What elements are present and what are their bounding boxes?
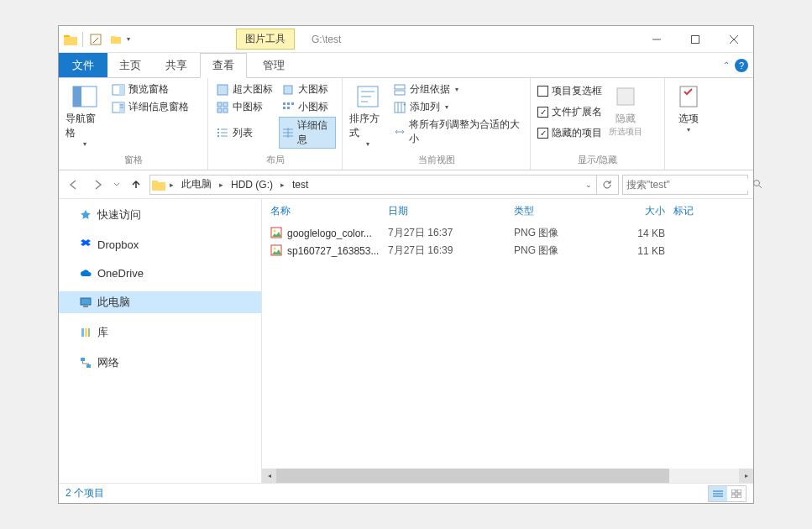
scroll-thumb[interactable] — [276, 469, 669, 483]
details-pane-button[interactable]: 详细信息窗格 — [109, 99, 191, 115]
ribbon-group-panes: 导航窗格 ▾ 预览窗格 详细信息窗格 窗格 — [59, 78, 208, 170]
view-thumbnails-button[interactable] — [727, 486, 746, 501]
checkbox-hidden-items[interactable]: ✓隐藏的项目 — [536, 125, 604, 141]
view-details-button[interactable] — [709, 486, 727, 501]
sidebar-item-quick-access[interactable]: 快速访问 — [59, 204, 261, 226]
file-row[interactable]: sp160727_163853... 7月27日 16:39 PNG 图像 11… — [262, 242, 753, 259]
checkbox-checked-icon: ✓ — [537, 128, 548, 139]
sidebar-item-this-pc[interactable]: 此电脑 — [59, 291, 261, 313]
qat-properties-button[interactable] — [86, 30, 105, 49]
column-headers: 名称 日期 类型 大小 标记 — [262, 199, 753, 224]
column-tags[interactable]: 标记 — [673, 204, 724, 218]
panes-group-label: 窗格 — [64, 152, 202, 170]
layout-extra-large[interactable]: 超大图标 — [213, 81, 277, 97]
ribbon-collapse-button[interactable]: ⌃ — [723, 60, 730, 70]
group-by-button[interactable]: 分组依据▾ — [390, 81, 525, 97]
svg-line-48 — [759, 186, 762, 188]
layout-small[interactable]: 小图标 — [279, 99, 336, 115]
ribbon-group-current-view: 排序方式 ▾ 分组依据▾ +添加列▾ 将所有列调整为合适的大小 当前视图 — [343, 78, 531, 170]
svg-rect-52 — [85, 328, 87, 337]
navigation-sidebar: 快速访问 Dropbox OneDrive 此电脑 库 网络 — [59, 199, 262, 483]
up-button[interactable] — [126, 175, 146, 195]
sidebar-item-dropbox[interactable]: Dropbox — [59, 234, 261, 254]
tab-file[interactable]: 文件 — [59, 53, 107, 77]
refresh-button[interactable] — [596, 175, 616, 194]
preview-pane-button[interactable]: 预览窗格 — [109, 81, 191, 97]
checkbox-item-checkboxes[interactable]: 项目复选框 — [536, 83, 604, 99]
column-date[interactable]: 日期 — [388, 204, 514, 218]
tab-manage[interactable]: 管理 — [251, 53, 297, 77]
file-row[interactable]: googlelogo_color... 7月27日 16:37 PNG 图像 1… — [262, 224, 753, 242]
svg-rect-21 — [291, 102, 294, 105]
svg-rect-66 — [737, 495, 741, 498]
navigation-pane-button[interactable]: 导航窗格 ▾ — [64, 81, 106, 149]
help-icon[interactable]: ? — [735, 59, 748, 72]
sidebar-item-onedrive[interactable]: OneDrive — [59, 263, 261, 283]
search-icon[interactable] — [752, 177, 762, 192]
qat-new-folder-button[interactable] — [107, 30, 125, 49]
svg-rect-26 — [217, 132, 219, 134]
address-bar[interactable]: ▸ 此电脑 ▸ HDD (G:) ▸ test ⌄ — [149, 175, 619, 195]
svg-point-57 — [274, 229, 276, 232]
file-date: 7月27日 16:39 — [388, 244, 514, 258]
search-box[interactable] — [622, 175, 748, 195]
tab-view[interactable]: 查看 — [200, 53, 247, 78]
autosize-columns-button[interactable]: 将所有列调整为合适的大小 — [390, 117, 525, 147]
sort-by-button[interactable]: 排序方式 ▾ — [348, 81, 387, 149]
layout-details[interactable]: 详细信息 — [279, 117, 336, 149]
file-size: 14 KB — [615, 228, 673, 239]
address-dropdown[interactable]: ⌄ — [583, 179, 595, 191]
search-input[interactable] — [626, 179, 752, 191]
hide-selected-button[interactable]: 隐藏 所选项目 — [607, 81, 644, 139]
scroll-left-button[interactable]: ◂ — [262, 469, 276, 483]
svg-rect-45 — [617, 88, 634, 105]
layout-medium[interactable]: 中图标 — [213, 99, 277, 115]
scroll-right-button[interactable]: ▸ — [739, 469, 753, 483]
svg-rect-46 — [680, 86, 697, 107]
minimize-button[interactable] — [637, 27, 676, 52]
close-button[interactable] — [715, 27, 753, 52]
ribbon: 导航窗格 ▾ 预览窗格 详细信息窗格 窗格 — [59, 78, 753, 170]
history-dropdown[interactable] — [111, 175, 123, 195]
svg-rect-15 — [217, 102, 222, 107]
checkbox-file-extensions[interactable]: ✓文件扩展名 — [536, 104, 604, 120]
checkbox-checked-icon: ✓ — [537, 107, 548, 118]
nav-pane-label: 导航窗格 — [65, 112, 104, 140]
column-type[interactable]: 类型 — [514, 204, 615, 218]
sidebar-item-libraries[interactable]: 库 — [59, 322, 261, 343]
sidebar-item-network[interactable]: 网络 — [59, 352, 261, 374]
svg-rect-24 — [217, 128, 219, 130]
chevron-right-icon[interactable]: ▸ — [217, 179, 226, 191]
tab-share[interactable]: 共享 — [154, 53, 200, 77]
breadcrumb-folder[interactable]: test — [289, 177, 312, 192]
forward-button[interactable] — [87, 175, 107, 195]
column-name[interactable]: 名称 — [270, 204, 388, 218]
svg-rect-14 — [284, 86, 292, 94]
layout-list[interactable]: 列表 — [213, 117, 277, 149]
qat-customize-dropdown[interactable]: ▾ — [127, 35, 135, 43]
back-button[interactable] — [64, 175, 84, 195]
current-view-group-label: 当前视图 — [348, 152, 525, 170]
options-button[interactable]: 选项 ▾ — [670, 81, 707, 135]
chevron-right-icon[interactable]: ▸ — [278, 179, 287, 191]
layout-large[interactable]: 大图标 — [279, 81, 336, 97]
image-file-icon — [270, 244, 284, 258]
column-size[interactable]: 大小 — [615, 204, 673, 218]
file-type: PNG 图像 — [514, 226, 615, 240]
chevron-right-icon[interactable]: ▸ — [167, 179, 176, 191]
ribbon-group-layout: 超大图标 大图标 中图标 小图标 列表 详细信息 布局 — [208, 78, 343, 170]
add-columns-button[interactable]: +添加列▾ — [390, 99, 525, 115]
contextual-tab-label: 图片工具 — [236, 29, 295, 50]
svg-rect-20 — [287, 102, 290, 105]
breadcrumb-drive[interactable]: HDD (G:) — [228, 177, 276, 192]
horizontal-scrollbar[interactable]: ◂ ▸ — [262, 469, 753, 483]
tab-home[interactable]: 主页 — [107, 53, 154, 77]
svg-rect-38 — [395, 85, 405, 89]
address-row: ▸ 此电脑 ▸ HDD (G:) ▸ test ⌄ — [59, 170, 753, 199]
scroll-track[interactable] — [276, 469, 739, 483]
window-title: G:\test — [312, 34, 341, 45]
separator — [82, 32, 83, 47]
breadcrumb-this-pc[interactable]: 此电脑 — [178, 175, 215, 193]
maximize-button[interactable] — [676, 27, 715, 52]
file-size: 11 KB — [615, 245, 673, 257]
